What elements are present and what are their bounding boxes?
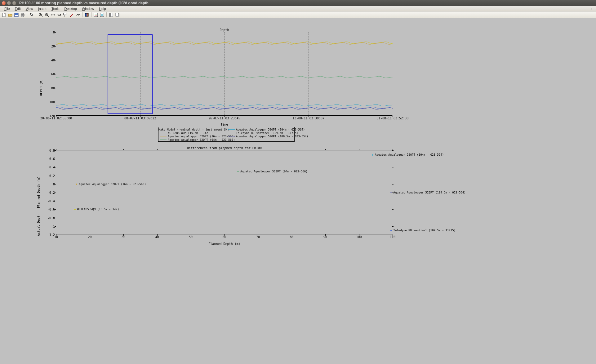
scatter-point-label: Aquatec Aqualogger 520PT (104m - 023-564… — [375, 153, 444, 156]
dock-icon[interactable] — [108, 12, 114, 18]
xtick-label: 70 — [256, 235, 260, 239]
scatter-point-label: Teledyne RD sentinel (109.5m - 11715) — [394, 229, 456, 232]
ytick-label: 0.6 — [49, 157, 55, 161]
menu-view[interactable]: View — [23, 7, 36, 11]
undock-icon[interactable] — [114, 12, 120, 18]
window-close-button[interactable] — [2, 1, 6, 5]
scatter-point — [372, 154, 373, 156]
scatter-point — [237, 171, 239, 172]
pan-icon[interactable] — [50, 12, 56, 18]
print-icon[interactable] — [20, 12, 25, 18]
hide-plot-tools-icon[interactable] — [99, 12, 105, 18]
scatter-point-label: WETLABS WQM (15.5m - 142) — [77, 208, 119, 211]
series-line — [56, 42, 393, 44]
window-title: PH100-1106 mooring planned depth vs meas… — [19, 1, 149, 5]
svg-rect-14 — [64, 13, 66, 15]
svg-rect-3 — [21, 14, 24, 16]
zoom-in-icon[interactable] — [38, 12, 43, 18]
menu-bar: FileEditViewInsertToolsDesktopWindowHelp… — [0, 6, 596, 11]
figure-canvas: Depth 02040608010012020-06-11 02:55:0008… — [0, 18, 596, 364]
ytick-label: 100 — [49, 100, 55, 104]
link-icon[interactable] — [75, 12, 81, 18]
legend-item: Aquatec Aqualogger 520PT (109.5m - 023-5… — [236, 135, 308, 138]
series-line — [56, 107, 393, 109]
data-cursor-icon[interactable] — [63, 12, 68, 18]
rotate-3d-icon[interactable] — [56, 12, 62, 18]
xtick-label: 40 — [155, 235, 159, 239]
ytick-label: -0.8 — [47, 216, 55, 220]
menu-tools[interactable]: Tools — [49, 7, 62, 11]
open-file-icon[interactable] — [7, 12, 13, 18]
series-line — [56, 76, 393, 78]
legend-header: Make Model (nominal depth - instrument S… — [158, 128, 229, 131]
xtick-label: 50 — [189, 235, 193, 239]
menu-overflow-icon[interactable]: ↲ — [590, 7, 594, 10]
ytick-label: 0.4 — [49, 166, 55, 169]
xtick-label: 20 — [88, 235, 91, 239]
ytick-label: -0.2 — [47, 191, 55, 194]
window-minimize-button[interactable] — [7, 1, 11, 5]
legend-item: Aquatec Aqualogger 520PT (16m - 023-565) — [168, 135, 235, 138]
xtick-label: 110 — [390, 235, 395, 239]
xtick-label: 10 — [54, 235, 58, 239]
svg-rect-4 — [22, 13, 24, 14]
pointer-icon[interactable] — [29, 12, 34, 18]
xtick-label: 26-07-11 03:23:45 — [208, 117, 240, 120]
window-maximize-button[interactable] — [12, 1, 16, 5]
svg-rect-26 — [109, 13, 111, 17]
xtick-label: 100 — [356, 235, 362, 239]
menu-file[interactable]: File — [2, 7, 12, 11]
zoom-out-icon[interactable] — [44, 12, 50, 18]
chart1-plot-area[interactable]: 02040608010012020-06-11 02:55:0008-07-11… — [56, 32, 392, 116]
scatter-point — [76, 184, 77, 185]
menu-window[interactable]: Window — [79, 7, 96, 11]
svg-rect-2 — [15, 15, 18, 16]
ytick-label: -0.6 — [47, 208, 55, 211]
chart1-xlabel: Time — [220, 123, 228, 126]
legend-item: WETLABS WQM (15.5m - 142) — [168, 131, 210, 135]
ytick-label: 0.8 — [49, 149, 55, 152]
chart2-ylabel: Actual Depth - Planned Depth (m) — [37, 176, 40, 236]
svg-point-17 — [79, 14, 80, 15]
legend-item: Teledyne RD sentinel (109.5m - 11715) — [236, 131, 298, 135]
colorbar-icon[interactable] — [84, 12, 90, 18]
menu-edit[interactable]: Edit — [12, 7, 23, 11]
svg-rect-28 — [115, 13, 118, 16]
legend-item: Aquatec Aqualogger 520PT (104m - 023-564… — [236, 128, 305, 131]
menu-help[interactable]: Help — [96, 7, 109, 11]
chart1-legend: Make Model (nominal depth - instrument S… — [158, 127, 295, 142]
xtick-label: 20-06-11 02:55:00 — [40, 117, 72, 120]
chart2-plot-area[interactable]: -1.2-1-0.8-0.6-0.4-0.200.20.40.60.810203… — [56, 150, 392, 234]
xtick-label: 31-08-11 03:52:30 — [377, 117, 408, 120]
brush-icon[interactable] — [69, 12, 74, 18]
svg-rect-5 — [22, 16, 24, 17]
scatter-point — [390, 230, 392, 231]
xtick-label: 80 — [290, 235, 293, 239]
toolbar — [0, 11, 596, 18]
chart2-xlabel: Planned Depth (m) — [208, 242, 240, 246]
scatter-point-label: Aquatec Aqualogger 520PT (16m - 023-565) — [79, 183, 146, 186]
series-line — [56, 104, 393, 106]
xtick-label: 30 — [122, 235, 125, 239]
svg-rect-0 — [2, 13, 5, 17]
menu-insert[interactable]: Insert — [35, 7, 49, 11]
xtick-label: 60 — [222, 235, 226, 239]
scatter-point — [74, 209, 76, 210]
ytick-label: -1.2 — [47, 233, 55, 237]
chart1-title: Depth — [220, 28, 229, 32]
new-file-icon[interactable] — [1, 12, 7, 18]
xtick-label: 13-08-11 03:38:07 — [293, 117, 324, 120]
xtick-label: 08-07-11 03:09:22 — [124, 117, 156, 120]
scatter-point-label: Aquatec Aqualogger 520PT (64m - 023-566) — [240, 170, 308, 173]
ytick-label: -0.4 — [47, 199, 55, 203]
svg-rect-18 — [85, 13, 88, 16]
xtick-label: 90 — [323, 235, 327, 239]
zoom-selection-rect[interactable] — [108, 34, 153, 114]
window-titlebar: PH100-1106 mooring planned depth vs meas… — [0, 0, 596, 6]
depth-diff-scatter-chart: Differences from planned depth for PH100… — [56, 150, 393, 262]
menu-desktop[interactable]: Desktop — [62, 7, 79, 11]
legend-item: Aquatec Aqualogger 520PT (64m - 023-566) — [168, 138, 235, 141]
insert-legend-icon[interactable] — [93, 12, 99, 18]
svg-point-16 — [76, 15, 77, 16]
save-icon[interactable] — [14, 12, 19, 18]
